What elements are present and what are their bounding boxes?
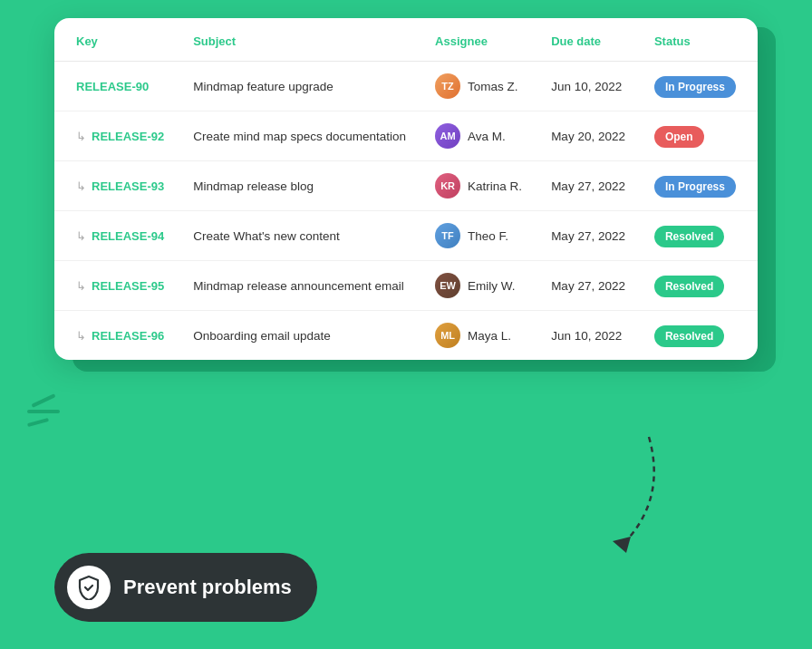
status-badge: In Progress — [654, 176, 736, 198]
cell-status: Resolved — [640, 211, 758, 261]
prevent-badge: Prevent problems — [54, 553, 317, 622]
avatar: AM — [435, 123, 460, 149]
sub-arrow-icon: ↳ — [76, 329, 86, 343]
key-link[interactable]: RELEASE-90 — [76, 80, 149, 93]
table-row: ↳RELEASE-95Mindmap release announcement … — [54, 261, 758, 311]
cell-assignee: MLMaya L. — [420, 311, 536, 361]
cell-key: ↳RELEASE-94 — [54, 211, 179, 261]
avatar: TZ — [435, 73, 460, 99]
cell-status: Open — [640, 111, 758, 161]
key-link[interactable]: RELEASE-93 — [92, 179, 164, 193]
assignee-name: Maya L. — [468, 329, 511, 343]
col-key: Key — [54, 18, 179, 62]
cell-status: Resolved — [640, 311, 758, 361]
assignee-name: Ava M. — [468, 130, 506, 143]
table-row: ↳RELEASE-93Mindmap release blogKRKatrina… — [54, 161, 758, 211]
table-header-row: Key Subject Assignee Due date Status — [54, 18, 758, 62]
col-duedate: Due date — [536, 18, 640, 62]
cell-key: ↳RELEASE-96 — [54, 311, 179, 361]
assignee-name: Katrina R. — [468, 179, 522, 193]
avatar: EW — [435, 273, 460, 298]
cell-duedate: May 27, 2022 — [536, 161, 640, 211]
status-badge: Resolved — [654, 325, 724, 347]
cell-duedate: Jun 10, 2022 — [536, 62, 640, 111]
cell-assignee: KRKatrina R. — [420, 161, 536, 211]
deco-line-2 — [27, 410, 60, 413]
prevent-label: Prevent problems — [123, 576, 292, 599]
col-subject: Subject — [179, 18, 420, 62]
key-link[interactable]: RELEASE-94 — [92, 229, 164, 243]
cell-key: ↳RELEASE-92 — [54, 111, 179, 161]
assignee-name: Emily W. — [468, 279, 516, 293]
cell-assignee: EWEmily W. — [420, 261, 536, 311]
cell-status: In Progress — [640, 161, 758, 211]
table-row: ↳RELEASE-96Onboarding email updateMLMaya… — [54, 311, 758, 361]
shield-circle — [67, 566, 111, 609]
cell-subject: Create What's new content — [179, 211, 420, 261]
status-badge: In Progress — [654, 76, 736, 98]
key-link[interactable]: RELEASE-96 — [92, 329, 164, 343]
cell-key: ↳RELEASE-93 — [54, 161, 179, 211]
avatar: KR — [435, 173, 460, 199]
col-status: Status — [640, 18, 758, 62]
deco-line-3 — [27, 418, 49, 427]
cell-subject: Mindmap feature upgrade — [179, 62, 420, 111]
status-badge: Resolved — [654, 276, 724, 297]
cell-subject: Mindmap release blog — [179, 161, 420, 211]
decorative-lines — [27, 399, 60, 431]
key-link[interactable]: RELEASE-92 — [92, 130, 164, 143]
table-row: RELEASE-90Mindmap feature upgradeTZTomas… — [54, 62, 758, 111]
cell-key: RELEASE-90 — [54, 62, 179, 111]
cell-duedate: May 20, 2022 — [536, 111, 640, 161]
cell-subject: Create mind map specs documentation — [179, 111, 420, 161]
status-badge: Resolved — [654, 226, 724, 247]
table-row: ↳RELEASE-94Create What's new contentTFTh… — [54, 211, 758, 261]
shield-icon — [77, 575, 101, 600]
sub-arrow-icon: ↳ — [76, 179, 86, 193]
sub-arrow-icon: ↳ — [76, 279, 86, 293]
col-assignee: Assignee — [420, 18, 536, 62]
key-link[interactable]: RELEASE-95 — [92, 279, 164, 293]
bottom-section: Prevent problems — [0, 450, 812, 649]
table-row: ↳RELEASE-92Create mind map specs documen… — [54, 111, 758, 161]
status-badge: Open — [654, 126, 704, 148]
cell-assignee: TFTheo F. — [420, 211, 536, 261]
main-card: Key Subject Assignee Due date Status REL… — [54, 18, 758, 360]
issues-table: Key Subject Assignee Due date Status REL… — [54, 18, 758, 360]
cell-status: In Progress — [640, 62, 758, 111]
sub-arrow-icon: ↳ — [76, 229, 86, 243]
sub-arrow-icon: ↳ — [76, 130, 86, 143]
cell-status: Resolved — [640, 261, 758, 311]
cell-duedate: May 27, 2022 — [536, 261, 640, 311]
cell-subject: Mindmap release announcement email — [179, 261, 420, 311]
cell-assignee: TZTomas Z. — [420, 62, 536, 111]
cell-duedate: Jun 10, 2022 — [536, 311, 640, 361]
assignee-name: Theo F. — [468, 229, 508, 243]
avatar: ML — [435, 323, 460, 348]
cell-duedate: May 27, 2022 — [536, 211, 640, 261]
assignee-name: Tomas Z. — [468, 80, 518, 93]
cell-key: ↳RELEASE-95 — [54, 261, 179, 311]
avatar: TF — [435, 223, 460, 248]
cell-subject: Onboarding email update — [179, 311, 420, 361]
cell-assignee: AMAva M. — [420, 111, 536, 161]
